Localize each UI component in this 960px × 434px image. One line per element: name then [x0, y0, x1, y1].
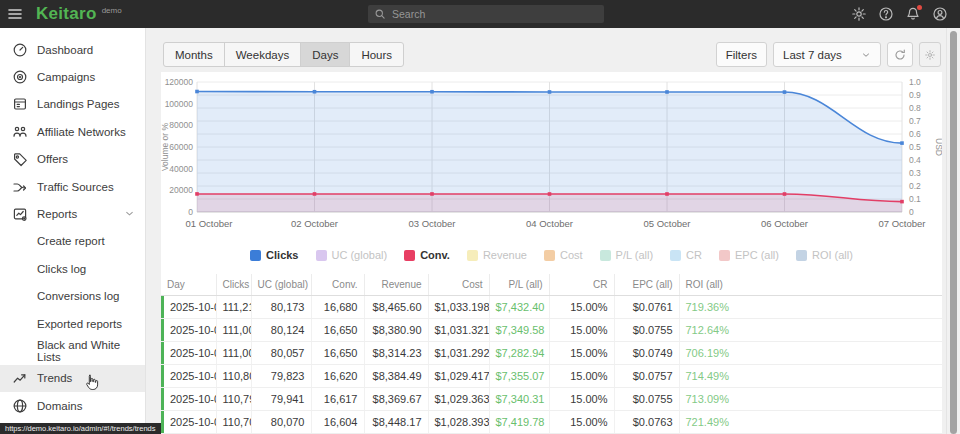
topbar: Keitaro demo	[0, 0, 960, 28]
sidebar-item-reports[interactable]: Reports	[0, 200, 145, 227]
legend-item-cost[interactable]: Cost	[544, 249, 583, 261]
svg-text:Volume or %: Volume or %	[161, 122, 170, 171]
date-range-value: Last 7 days	[783, 49, 842, 61]
table-cell: 110,79	[216, 387, 251, 410]
sidebar-item-label: Black and White Lists	[37, 339, 145, 363]
sidebar-item-conversions-log[interactable]: Conversions log	[0, 283, 145, 310]
traffic-sources-icon	[12, 179, 28, 195]
svg-text:0.5: 0.5	[909, 142, 921, 152]
sidebar-item-domains[interactable]: Domains	[0, 392, 145, 419]
date-range-select[interactable]: Last 7 days	[773, 42, 881, 67]
sidebar-item-create-report[interactable]: Create report	[0, 228, 145, 255]
filters-button[interactable]: Filters	[716, 42, 767, 67]
sidebar-item-label: Campaigns	[37, 71, 95, 83]
sidebar-item-label: Conversions log	[37, 290, 119, 302]
table-header-cell[interactable]: UC (global)	[251, 274, 311, 295]
topbar-actions	[851, 0, 948, 28]
table-header-cell[interactable]: CR	[549, 274, 614, 295]
svg-text:0: 0	[188, 207, 193, 217]
table-cell: 16,617	[311, 387, 364, 410]
table-header-cell[interactable]: ROI (all)	[679, 274, 942, 295]
tab-months[interactable]: Months	[163, 42, 225, 67]
sidebar-item-label: Reports	[37, 208, 77, 220]
menu-icon[interactable]	[0, 0, 30, 28]
legend-item-clicks[interactable]: Clicks	[250, 249, 298, 261]
svg-text:USD: USD	[934, 138, 942, 156]
landing-pages-icon	[12, 96, 28, 112]
table-header-cell[interactable]: Day	[161, 274, 216, 295]
table-cell: $8,448.17	[364, 410, 428, 433]
table-row: 2025-10-05110,7979,94116,617$8,369.67$1,…	[161, 387, 942, 410]
legend-label: ROI (all)	[812, 249, 853, 261]
sidebar-item-landings-pages[interactable]: Landings Pages	[0, 91, 145, 118]
legend-item-p-l-all-[interactable]: P/L (all)	[600, 249, 654, 261]
legend-swatch	[404, 250, 415, 261]
sidebar-item-clicks-log[interactable]: Clicks log	[0, 255, 145, 282]
logo-badge: demo	[102, 6, 122, 15]
settings-icon[interactable]	[851, 6, 867, 22]
svg-text:40000: 40000	[169, 164, 193, 174]
table-cell: 713.09%	[679, 387, 942, 410]
domains-icon	[12, 398, 28, 414]
table-header-row: DayClicksUC (global)Conv.RevenueCostP/L …	[161, 274, 942, 295]
sidebar-item-campaigns[interactable]: Campaigns	[0, 63, 145, 90]
legend-item-epc-all-[interactable]: EPC (all)	[719, 249, 779, 261]
dashboard-icon	[12, 42, 28, 58]
table-header-cell[interactable]: Clicks	[216, 274, 251, 295]
svg-text:100000: 100000	[165, 99, 194, 109]
search-input[interactable]	[392, 8, 592, 20]
scrollbar-thumb[interactable]	[950, 31, 957, 434]
legend-item-roi-all-[interactable]: ROI (all)	[796, 249, 853, 261]
table-cell: 714.49%	[679, 364, 942, 387]
svg-text:80000: 80000	[169, 120, 193, 130]
sidebar-item-traffic-sources[interactable]: Traffic Sources	[0, 173, 145, 200]
table-cell: $7,349.58	[489, 318, 549, 341]
table-cell: 2025-10-03	[161, 341, 216, 364]
affiliate-networks-icon	[12, 124, 28, 140]
tab-hours[interactable]: Hours	[349, 42, 404, 67]
sidebar-item-exported-reports[interactable]: Exported reports	[0, 310, 145, 337]
notifications-icon[interactable]	[905, 6, 921, 22]
table-cell: 721.49%	[679, 410, 942, 433]
table-cell: 80,124	[251, 318, 311, 341]
scrollbar[interactable]	[946, 28, 960, 434]
reports-icon	[12, 206, 28, 222]
sidebar-item-label: Create report	[37, 235, 105, 247]
refresh-button[interactable]	[887, 42, 913, 67]
sidebar-item-label: Exported reports	[37, 318, 122, 330]
tab-days[interactable]: Days	[300, 42, 350, 67]
table-header-cell[interactable]: Conv.	[311, 274, 364, 295]
svg-text:120000: 120000	[165, 77, 194, 87]
sidebar-item-affiliate-networks[interactable]: Affiliate Networks	[0, 118, 145, 145]
sidebar-item-offers[interactable]: Offers	[0, 146, 145, 173]
sidebar-item-label: Traffic Sources	[37, 181, 114, 193]
tab-weekdays[interactable]: Weekdays	[224, 42, 301, 67]
app-logo[interactable]: Keitaro	[36, 4, 97, 24]
trends-card: 00.10.20.30.40.50.60.70.80.91.0020000400…	[161, 72, 942, 434]
table-cell: 80,173	[251, 295, 311, 318]
help-icon[interactable]	[878, 6, 894, 22]
table-row: 2025-10-01111,2180,17316,680$8,465.60$1,…	[161, 295, 942, 318]
table-header-cell[interactable]: Revenue	[364, 274, 428, 295]
legend-item-cr[interactable]: CR	[670, 249, 702, 261]
table-header-cell[interactable]: EPC (all)	[614, 274, 679, 295]
legend-item-revenue[interactable]: Revenue	[467, 249, 527, 261]
legend-swatch	[250, 250, 261, 261]
account-icon[interactable]	[932, 6, 948, 22]
sidebar-item-dashboard[interactable]: Dashboard	[0, 36, 145, 63]
legend-item-uc-global-[interactable]: UC (global)	[316, 249, 388, 261]
table-cell: 80,057	[251, 341, 311, 364]
table-cell: $1,029.3633	[428, 387, 489, 410]
table-cell: $1,029.4177	[428, 364, 489, 387]
table-cell: 2025-10-01	[161, 295, 216, 318]
legend-label: Revenue	[483, 249, 527, 261]
chart-settings-button[interactable]	[919, 42, 941, 67]
legend-item-conv-[interactable]: Conv.	[404, 249, 450, 261]
table-header-cell[interactable]: Cost	[428, 274, 489, 295]
sidebar-item-black-and-white-lists[interactable]: Black and White Lists	[0, 337, 145, 364]
legend-swatch	[316, 250, 327, 261]
table-cell: $8,369.67	[364, 387, 428, 410]
table-header-cell[interactable]: P/L (all)	[489, 274, 549, 295]
search-box[interactable]	[368, 5, 604, 23]
sidebar-item-trends[interactable]: Trends	[0, 365, 145, 392]
